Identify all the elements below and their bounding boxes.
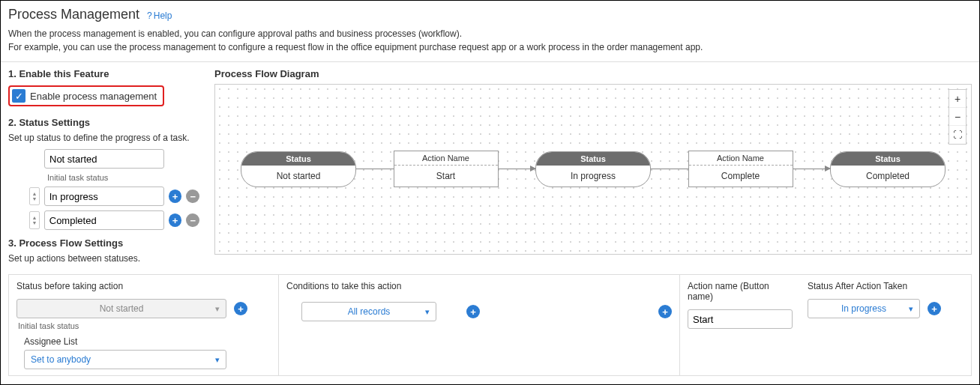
status-before-select[interactable]: Not started ▾ bbox=[16, 299, 226, 318]
chevron-down-icon: ▾ bbox=[215, 355, 220, 365]
diagram-title: Process Flow Diagram bbox=[214, 68, 972, 79]
status-input-2[interactable] bbox=[44, 210, 164, 230]
status-node[interactable]: Status In progress bbox=[535, 151, 651, 187]
remove-status-button[interactable]: − bbox=[186, 190, 199, 203]
enable-label: Enable process management bbox=[30, 91, 157, 102]
connector-arrow bbox=[793, 169, 831, 169]
section3-subtitle: Set up actions between statuses. bbox=[8, 253, 199, 264]
add-status-button[interactable]: + bbox=[169, 190, 182, 203]
add-branch-button[interactable]: + bbox=[658, 305, 672, 318]
check-icon: ✓ bbox=[12, 89, 25, 103]
condition-select[interactable]: All records ▾ bbox=[301, 302, 436, 321]
section3-title: 3. Process Flow Settings bbox=[8, 237, 199, 249]
section2-subtitle: Set up status to define the progress of … bbox=[8, 133, 199, 143]
add-row-button[interactable]: + bbox=[234, 302, 247, 315]
status-after-select[interactable]: In progress ▾ bbox=[808, 299, 920, 318]
col-before-header: Status before taking action bbox=[16, 281, 271, 291]
action-name-input[interactable] bbox=[688, 309, 793, 329]
connector-arrow bbox=[499, 169, 536, 169]
col-action-header: Action name (Button name) bbox=[688, 281, 793, 302]
chevron-down-icon: ▾ bbox=[909, 304, 913, 314]
status-input-1[interactable] bbox=[44, 187, 164, 206]
connector bbox=[356, 169, 394, 169]
zoom-in-button[interactable]: + bbox=[949, 90, 966, 108]
zoom-fit-button[interactable]: ⛶ bbox=[949, 126, 966, 144]
section1-title: 1. Enable this Feature bbox=[8, 68, 199, 79]
remove-status-button[interactable]: − bbox=[186, 213, 199, 227]
page-title: Process Management bbox=[8, 7, 139, 22]
col-after-header: Status After Action Taken bbox=[808, 281, 964, 291]
action-node[interactable]: Action Name Complete bbox=[688, 151, 793, 187]
assignee-select[interactable]: Set to anybody ▾ bbox=[24, 350, 226, 369]
chevron-down-icon: ▾ bbox=[425, 307, 430, 317]
assignee-list-label: Assignee List bbox=[24, 336, 271, 347]
status-node[interactable]: Status Completed bbox=[830, 151, 946, 187]
flow-settings-table: Status before taking action Not started … bbox=[8, 274, 972, 376]
add-condition-button[interactable]: + bbox=[466, 305, 480, 318]
connector bbox=[651, 169, 688, 169]
add-after-button[interactable]: + bbox=[928, 302, 941, 315]
status-node[interactable]: Status Not started bbox=[241, 151, 356, 187]
enable-checkbox-wrapper[interactable]: ✓ Enable process management bbox=[8, 85, 164, 106]
initial-status-note: Initial task status bbox=[18, 321, 271, 330]
section2-title: 2. Status Settings bbox=[8, 117, 199, 128]
help-link[interactable]: Help bbox=[147, 10, 172, 21]
col-conditions-header: Conditions to take this action bbox=[286, 281, 672, 291]
zoom-out-button[interactable]: − bbox=[949, 108, 966, 126]
flow-canvas[interactable]: + − ⛶ Status Not started Action Name Sta… bbox=[214, 84, 972, 255]
action-node[interactable]: Action Name Start bbox=[394, 151, 499, 187]
drag-handle-icon[interactable]: ▲▼ bbox=[29, 187, 40, 205]
status-input-0[interactable] bbox=[44, 149, 164, 169]
chevron-down-icon: ▾ bbox=[215, 304, 220, 314]
initial-status-label: Initial task status bbox=[47, 173, 199, 182]
drag-handle-icon[interactable]: ▲▼ bbox=[29, 211, 40, 229]
add-status-button[interactable]: + bbox=[169, 213, 182, 227]
description: When the process management is enabled, … bbox=[8, 27, 972, 54]
